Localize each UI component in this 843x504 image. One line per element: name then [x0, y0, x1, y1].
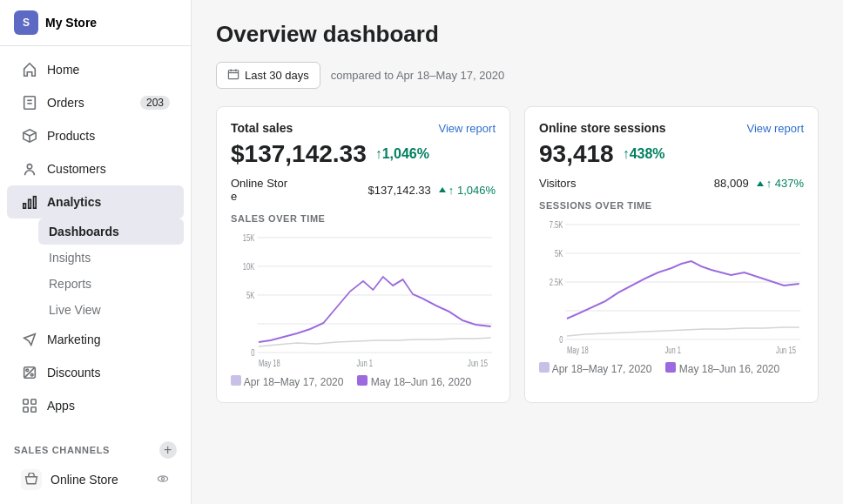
sessions-sub: Visitors 88,009 ↑ 437%	[539, 177, 804, 190]
apps-label: Apps	[47, 399, 75, 413]
sales-chart: 15K 10K 5K 0 May 18 Jun 1 Jun 15	[231, 229, 496, 368]
svg-text:0: 0	[251, 348, 254, 358]
sidebar-item-live-view[interactable]: Live View	[38, 297, 184, 323]
svg-text:7.5K: 7.5K	[550, 220, 563, 230]
main-content: Overview dashboard Last 30 days compared…	[192, 0, 843, 504]
orders-label: Orders	[47, 96, 84, 110]
cards-row: Total sales View report $137,142.33 ↑1,0…	[216, 106, 819, 403]
svg-rect-21	[228, 71, 238, 79]
sessions-legend-dot-prev	[539, 362, 550, 373]
svg-point-4	[27, 165, 31, 169]
sales-chart-label: SALES OVER TIME	[231, 213, 496, 224]
compare-text: compared to Apr 18–May 17, 2020	[331, 69, 504, 82]
products-label: Products	[47, 129, 95, 143]
total-sales-value: $137,142.33 ↑1,046%	[231, 140, 496, 168]
sessions-chart-label: SESSIONS OVER TIME	[539, 200, 804, 211]
svg-point-9	[30, 373, 33, 376]
svg-point-17	[161, 477, 164, 480]
sales-chart-legend: Apr 18–May 17, 2020 May 18–Jun 16, 2020	[231, 375, 496, 388]
channel-online-store[interactable]: Online Store	[7, 462, 184, 497]
visitors-sub-value: 88,009	[714, 177, 749, 190]
customers-icon	[21, 160, 38, 178]
discounts-label: Discounts	[47, 366, 100, 380]
svg-rect-7	[34, 197, 37, 209]
sessions-header: Online store sessions View report	[539, 121, 804, 135]
sessions-view-report[interactable]: View report	[746, 122, 804, 135]
reports-label: Reports	[49, 277, 91, 291]
discounts-icon	[21, 364, 38, 381]
sidebar-item-home[interactable]: Home	[7, 53, 184, 86]
total-sales-sub: Online Store $137,142.33 ↑ 1,046%	[231, 177, 496, 203]
home-icon	[21, 61, 38, 78]
sidebar-item-orders[interactable]: Orders 203	[7, 86, 184, 119]
orders-icon	[21, 94, 38, 111]
sidebar-item-apps[interactable]: Apps	[7, 389, 184, 422]
svg-rect-5	[24, 204, 26, 208]
analytics-icon	[21, 193, 38, 211]
svg-marker-38	[757, 181, 764, 186]
sessions-chart: 7.5K 5K 2.5K 0 May 18 Jun 1 Jun 15	[539, 216, 804, 355]
marketing-icon	[21, 331, 38, 348]
dashboards-label: Dashboards	[49, 225, 119, 239]
svg-text:May 18: May 18	[567, 346, 589, 355]
sessions-card: Online store sessions View report 93,418…	[524, 106, 819, 403]
sales-channels-label: SALES CHANNELS	[14, 445, 110, 455]
store-header: S My Store	[0, 0, 191, 46]
nav-list: Home Orders 203 Products Customers	[0, 46, 191, 429]
analytics-submenu: Dashboards Insights Reports Live View	[0, 218, 191, 323]
sidebar-item-products[interactable]: Products	[7, 119, 184, 152]
store-name: My Store	[45, 16, 97, 30]
live-view-label: Live View	[49, 303, 101, 317]
online-store-icon	[21, 469, 42, 490]
online-store-sub-label: Online Store	[231, 177, 361, 203]
legend-dot-prev	[231, 375, 241, 386]
visitors-sub-change: ↑ 437%	[756, 177, 804, 190]
orders-badge: 203	[140, 96, 170, 110]
svg-text:10K: 10K	[243, 262, 255, 272]
svg-text:May 18: May 18	[259, 359, 280, 368]
eye-icon[interactable]	[156, 472, 170, 488]
total-sales-view-report[interactable]: View report	[438, 122, 496, 135]
svg-rect-0	[24, 97, 36, 109]
legend-item-prev: Apr 18–May 17, 2020	[231, 375, 343, 388]
online-store-label: Online Store	[51, 473, 118, 487]
customers-label: Customers	[47, 162, 106, 176]
sidebar-item-reports[interactable]: Reports	[38, 271, 184, 297]
visitors-sub-label: Visitors	[539, 177, 707, 190]
svg-text:Jun 15: Jun 15	[776, 346, 796, 355]
svg-text:5K: 5K	[246, 291, 254, 300]
svg-rect-12	[24, 400, 28, 404]
date-filter-button[interactable]: Last 30 days	[216, 62, 320, 89]
sidebar-item-marketing[interactable]: Marketing	[7, 323, 184, 356]
products-icon	[21, 127, 38, 144]
online-store-sub-value: $137,142.33	[368, 184, 431, 197]
svg-rect-13	[31, 400, 36, 404]
svg-marker-25	[439, 187, 446, 192]
sidebar-item-insights[interactable]: Insights	[38, 245, 184, 271]
svg-rect-15	[31, 407, 36, 412]
channel-facebook[interactable]: f Facebook	[7, 497, 184, 504]
sidebar-item-dashboards[interactable]: Dashboards	[38, 218, 184, 245]
sales-channels-header: SALES CHANNELS +	[0, 429, 191, 462]
sessions-value: 93,418 ↑438%	[539, 140, 804, 168]
total-sales-card: Total sales View report $137,142.33 ↑1,0…	[216, 106, 510, 403]
svg-rect-14	[24, 407, 28, 412]
svg-text:15K: 15K	[243, 233, 255, 243]
svg-text:Jun 1: Jun 1	[664, 346, 681, 355]
online-store-sub-change: ↑ 1,046%	[438, 184, 496, 197]
svg-text:2.5K: 2.5K	[550, 278, 563, 287]
date-filter-label: Last 30 days	[245, 69, 309, 82]
home-label: Home	[47, 63, 79, 77]
svg-text:0: 0	[559, 335, 563, 345]
total-sales-header: Total sales View report	[231, 121, 496, 135]
filter-row: Last 30 days compared to Apr 18–May 17, …	[216, 62, 819, 89]
sidebar-item-customers[interactable]: Customers	[7, 152, 184, 185]
add-channel-button[interactable]: +	[159, 441, 177, 459]
apps-icon	[21, 397, 38, 414]
sidebar-item-discounts[interactable]: Discounts	[7, 356, 184, 389]
total-sales-change: ↑1,046%	[375, 146, 429, 162]
sidebar-item-analytics[interactable]: Analytics	[7, 185, 184, 218]
svg-text:Jun 1: Jun 1	[356, 359, 373, 368]
sessions-chart-legend: Apr 18–May 17, 2020 May 18–Jun 16, 2020	[539, 362, 804, 375]
svg-rect-6	[29, 199, 31, 208]
